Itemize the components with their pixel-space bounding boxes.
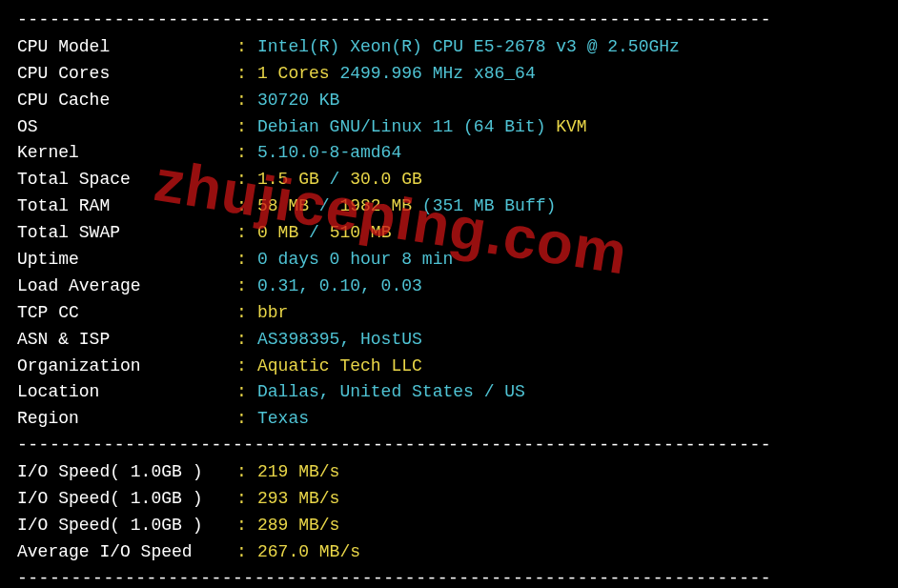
- row-os: OS:Debian GNU/Linux 11 (64 Bit) KVM: [17, 114, 881, 141]
- value-uptime: 0 days 0 hour 8 min: [257, 250, 453, 269]
- value-load-average: 0.31, 0.10, 0.03: [257, 276, 422, 295]
- value-space-total: 30.0 GB: [350, 170, 422, 189]
- row-total-swap: Total SWAP:0 MB / 510 MB: [17, 220, 881, 247]
- value-cpu-cores-arch: x86_64: [474, 64, 536, 83]
- value-io-2: 293 MB/s: [257, 489, 339, 508]
- row-organization: Organization:Aquatic Tech LLC: [17, 354, 881, 380]
- value-io-1: 219 MB/s: [257, 462, 339, 481]
- colon: :: [236, 88, 257, 114]
- value-ram-total: 1982 MB: [339, 196, 412, 215]
- label-io-average: Average I/O Speed: [17, 539, 236, 566]
- value-os: Debian GNU/Linux 11 (64 Bit): [257, 117, 545, 136]
- slash: /: [319, 170, 350, 189]
- colon: :: [236, 327, 257, 354]
- label-cpu-model: CPU Model: [17, 34, 236, 61]
- label-cpu-cores: CPU Cores: [17, 61, 236, 88]
- row-total-ram: Total RAM:58 MB / 1982 MB (351 MB Buff): [17, 193, 881, 220]
- colon: :: [236, 486, 257, 513]
- row-tcp-cc: TCP CC:bbr: [17, 300, 881, 327]
- row-io-2: I/O Speed( 1.0GB ):293 MB/s: [17, 486, 881, 513]
- value-io-average: 267.0 MB/s: [257, 542, 360, 561]
- label-region: Region: [17, 406, 236, 433]
- value-swap-total: 510 MB: [330, 223, 392, 242]
- value-io-3: 289 MB/s: [257, 516, 339, 535]
- colon: :: [236, 406, 257, 433]
- colon: :: [236, 300, 257, 327]
- value-asn-isp: AS398395, HostUS: [257, 330, 422, 349]
- value-cpu-cores-num: 1 Cores: [257, 64, 330, 83]
- value-location: Dallas, United States / US: [257, 382, 525, 401]
- colon: :: [236, 379, 257, 406]
- colon: :: [236, 539, 257, 566]
- label-location: Location: [17, 379, 236, 406]
- row-load-average: Load Average:0.31, 0.10, 0.03: [17, 274, 881, 300]
- colon: :: [236, 220, 257, 247]
- label-io-1: I/O Speed( 1.0GB ): [17, 459, 236, 486]
- colon: :: [236, 247, 257, 274]
- value-space-used: 1.5 GB: [257, 170, 319, 189]
- value-ram-buff: (351 MB Buff): [422, 196, 556, 215]
- label-total-ram: Total RAM: [17, 193, 236, 220]
- label-tcp-cc: TCP CC: [17, 300, 236, 327]
- row-region: Region:Texas: [17, 406, 881, 433]
- value-cpu-model: Intel(R) Xeon(R) CPU E5-2678 v3 @ 2.50GH…: [257, 37, 680, 56]
- row-cpu-cache: CPU Cache:30720 KB: [17, 88, 881, 114]
- label-os: OS: [17, 114, 236, 141]
- row-io-3: I/O Speed( 1.0GB ):289 MB/s: [17, 513, 881, 539]
- label-kernel: Kernel: [17, 140, 236, 167]
- divider-bottom: ----------------------------------------…: [17, 566, 881, 588]
- label-organization: Organization: [17, 354, 236, 380]
- colon: :: [236, 34, 257, 61]
- label-total-space: Total Space: [17, 167, 236, 193]
- value-organization: Aquatic Tech LLC: [257, 356, 422, 375]
- label-load-average: Load Average: [17, 274, 236, 300]
- label-io-2: I/O Speed( 1.0GB ): [17, 486, 236, 513]
- divider-mid: ----------------------------------------…: [17, 433, 881, 459]
- colon: :: [236, 114, 257, 141]
- row-io-1: I/O Speed( 1.0GB ):219 MB/s: [17, 459, 881, 486]
- value-cpu-cores-freq: 2499.996 MHz: [339, 64, 463, 83]
- colon: :: [236, 140, 257, 167]
- value-cpu-cache: 30720 KB: [257, 91, 339, 110]
- value-swap-used: 0 MB: [257, 223, 298, 242]
- value-os-virt: KVM: [556, 117, 586, 136]
- row-asn-isp: ASN & ISP:AS398395, HostUS: [17, 327, 881, 354]
- label-io-3: I/O Speed( 1.0GB ): [17, 513, 236, 539]
- colon: :: [236, 167, 257, 193]
- slash: /: [309, 196, 339, 215]
- row-cpu-model: CPU Model:Intel(R) Xeon(R) CPU E5-2678 v…: [17, 34, 881, 61]
- value-region: Texas: [257, 409, 309, 428]
- label-uptime: Uptime: [17, 247, 236, 274]
- row-location: Location:Dallas, United States / US: [17, 379, 881, 406]
- slash: /: [298, 223, 329, 242]
- value-ram-used: 58 MB: [257, 196, 309, 215]
- divider-top: ----------------------------------------…: [17, 8, 881, 34]
- row-uptime: Uptime:0 days 0 hour 8 min: [17, 247, 881, 274]
- colon: :: [236, 459, 257, 486]
- colon: :: [236, 354, 257, 380]
- label-cpu-cache: CPU Cache: [17, 88, 236, 114]
- colon: :: [236, 274, 257, 300]
- colon: :: [236, 193, 257, 220]
- row-io-average: Average I/O Speed:267.0 MB/s: [17, 539, 881, 566]
- colon: :: [236, 61, 257, 88]
- label-total-swap: Total SWAP: [17, 220, 236, 247]
- label-asn-isp: ASN & ISP: [17, 327, 236, 354]
- value-kernel: 5.10.0-8-amd64: [257, 143, 401, 162]
- value-tcp-cc: bbr: [257, 303, 288, 322]
- row-kernel: Kernel:5.10.0-8-amd64: [17, 140, 881, 167]
- colon: :: [236, 513, 257, 539]
- row-total-space: Total Space:1.5 GB / 30.0 GB: [17, 167, 881, 193]
- row-cpu-cores: CPU Cores:1 Cores 2499.996 MHz x86_64: [17, 61, 881, 88]
